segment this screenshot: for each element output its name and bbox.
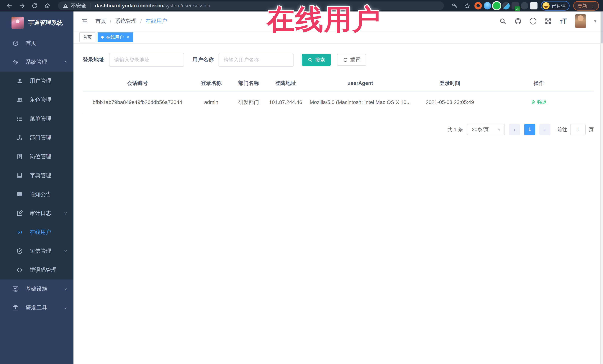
browser-update-button[interactable]: 更新 ⋮ [573,1,599,11]
sidebar-item-dev-tools[interactable]: 研发工具 ∨ [0,298,73,317]
sidebar-submenu-system: 用户管理 角色管理 菜单管理 [0,72,73,279]
search-button-label: 搜索 [315,56,325,63]
goto-page-input[interactable] [570,124,586,135]
pagination: 共 1 条 20条/页 ∨ ‹ 1 › 前往 页 [83,124,594,135]
url-path: /system/user-session [163,3,210,9]
sidebar-item-label: 首页 [26,39,67,47]
extension-icon-v[interactable] [493,2,500,10]
not-secure-warning-icon [63,3,68,9]
browser-toolbar: 不安全 dashboard.yudao.iocoder.cn/system/us… [0,0,603,11]
page-1-button[interactable]: 1 [524,124,535,135]
reset-button[interactable]: 重置 [337,54,366,66]
chevron-down-icon: ∨ [64,249,67,253]
table-header-row: 会话编号 登录名称 部门名称 登陆地址 userAgent 登录时间 操作 [83,75,594,92]
active-dot [101,36,104,39]
sidebar-item-dept-mgmt[interactable]: 部门管理 [0,128,73,147]
back-icon[interactable] [4,1,15,10]
shield-check-icon [16,248,23,254]
cell-ip: 101.87.244.46 [267,92,304,113]
table-row: bfbb1ab79ba849e49fb26ddb56a73044 admin 研… [83,92,594,113]
search-icon[interactable] [499,18,506,25]
help-icon[interactable] [530,18,536,24]
pagination-goto: 前往 页 [557,124,594,135]
org-tree-icon [16,134,23,141]
page-size-select[interactable]: 20条/页 ∨ [467,124,505,135]
page-size-value: 20条/页 [472,126,489,133]
cell-login-time: 2021-05-03 23:05:49 [416,92,484,113]
forward-icon[interactable] [17,1,27,10]
main-area: 首页 / 系统管理 / 在线用户 [73,11,603,364]
sidebar-item-system[interactable]: 系统管理 ∧ [0,53,73,72]
avatar[interactable] [575,14,586,28]
sidebar-item-notice[interactable]: 通知公告 [0,185,73,204]
search-button[interactable]: 搜索 [302,54,331,66]
sidebar-item-label: 系统管理 [26,58,57,66]
force-logout-button[interactable]: 强退 [531,99,547,105]
home-icon[interactable] [42,1,53,10]
sidebar-item-label: 部门管理 [30,134,67,141]
sidebar-item-label: 岗位管理 [30,153,67,160]
next-page-button[interactable]: › [539,124,550,135]
sidebar-menu: 首页 系统管理 ∧ 用户管理 [0,34,73,364]
key-icon[interactable] [449,1,460,10]
sidebar: 芋道管理系统 首页 系统管理 ∧ [0,11,73,364]
reload-icon[interactable] [29,1,40,10]
sidebar-fold-icon[interactable] [80,17,89,26]
page-scrollbar[interactable] [600,11,603,364]
breadcrumb-system[interactable]: 系统管理 [115,17,137,25]
pagination-total: 共 1 条 [447,126,463,133]
sidebar-item-online-users[interactable]: 在线用户 [0,223,73,242]
sidebar-item-label: 基础设施 [26,285,57,293]
tag-home[interactable]: 首页 [79,33,95,42]
sidebar-item-role-mgmt[interactable]: 角色管理 [0,90,73,109]
sidebar-item-audit-log[interactable]: 审计日志 ∨ [0,204,73,223]
url-text: dashboard.yudao.iocoder.cn/system/user-s… [95,3,210,9]
paused-extension-badge[interactable]: 已暂停 [541,1,570,11]
github-icon[interactable] [514,18,522,25]
username-input[interactable] [219,53,293,67]
col-login-time: 登录时间 [416,75,484,92]
update-label: 更新 [578,3,587,9]
breadcrumb: 首页 / 系统管理 / 在线用户 [95,17,167,25]
sidebar-item-menu-mgmt[interactable]: 菜单管理 [0,109,73,128]
fullscreen-icon[interactable] [545,18,552,25]
breadcrumb-home[interactable]: 首页 [95,17,106,25]
tag-online-users[interactable]: 在线用户 ✕ [98,33,133,42]
app-logo [12,17,24,29]
login-address-input[interactable] [109,53,184,67]
sidebar-item-dict-mgmt[interactable]: 字典管理 [0,166,73,185]
tag-label: 首页 [83,34,92,40]
extensions-puzzle-icon[interactable] [530,2,537,10]
sidebar-item-home[interactable]: 首页 [0,34,73,53]
col-session-id: 会话编号 [83,75,192,92]
close-icon[interactable]: ✕ [126,35,129,39]
search-icon [308,57,313,62]
chevron-down-icon: ∨ [64,306,67,310]
id-badge-icon [16,153,23,160]
tags-view: 首页 在线用户 ✕ [73,31,603,44]
extension-icon-scope[interactable] [521,2,528,10]
sidebar-item-label: 菜单管理 [30,115,67,122]
extension-icon-split[interactable] [502,2,510,10]
extension-icon-orange[interactable] [475,2,482,10]
avatar-caret-icon[interactable]: ▾ [594,19,596,24]
extension-icon-switch[interactable]: on [511,2,519,10]
browser-menu-icon[interactable]: ⋮ [590,3,596,9]
sidebar-item-label: 短信管理 [30,247,57,255]
address-bar[interactable]: 不安全 dashboard.yudao.iocoder.cn/system/us… [58,1,444,10]
sidebar-item-user-mgmt[interactable]: 用户管理 [0,72,73,90]
sidebar-item-label: 错误码管理 [30,266,67,274]
chevron-down-icon: ∨ [64,287,67,291]
sidebar-item-label: 研发工具 [26,304,57,311]
extension-icon-drop[interactable] [484,2,491,10]
sidebar-item-sms-mgmt[interactable]: 短信管理 ∨ [0,242,73,261]
chevron-down-icon: ∨ [498,128,501,132]
sidebar-logo-row[interactable]: 芋道管理系统 [0,11,73,34]
sidebar-item-error-code[interactable]: 错误码管理 [0,261,73,279]
prev-page-button[interactable]: ‹ [509,124,520,135]
bookmark-star-icon[interactable] [462,1,473,10]
font-size-icon[interactable] [560,18,567,24]
user-icon [16,78,23,84]
sidebar-item-infrastructure[interactable]: 基础设施 ∨ [0,279,73,298]
sidebar-item-post-mgmt[interactable]: 岗位管理 [0,147,73,166]
